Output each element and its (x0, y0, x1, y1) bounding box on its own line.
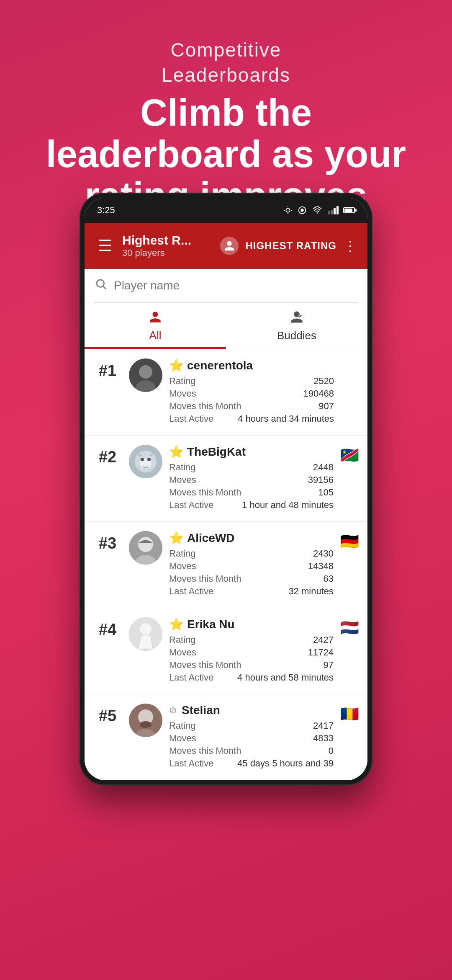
moves-month-value: 97 (324, 660, 334, 671)
phone-screen: 3:25 (85, 198, 367, 780)
moves-month-label: Moves this Month (169, 487, 241, 498)
rating-value: 2448 (313, 462, 334, 473)
player-name-row: ⭐ Erika Nu (169, 617, 334, 631)
moves-value: 4833 (313, 733, 334, 744)
sound-icon (298, 206, 307, 215)
leaderboard: #1 ⭐ cenerentola Rating 2520 Moves 19046… (85, 349, 367, 780)
rating-label: Rating (169, 376, 196, 387)
moves-month-value: 105 (318, 487, 334, 498)
phone-frame: 3:25 (80, 193, 372, 785)
moves-month-label: Moves this Month (169, 660, 241, 671)
moves-value: 190468 (303, 388, 334, 399)
star-icon: ⭐ (169, 531, 184, 545)
search-input[interactable] (114, 279, 357, 292)
toolbar-title: Highest R... (122, 233, 213, 248)
rating-value: 2427 (313, 634, 334, 645)
all-icon (149, 310, 162, 327)
table-row[interactable]: #1 ⭐ cenerentola Rating 2520 Moves 19046… (85, 349, 367, 436)
moves-label: Moves (169, 561, 196, 572)
stat-moves-month: Moves this Month 907 (169, 401, 334, 412)
player-name-row: ⭐ cenerentola (169, 358, 334, 372)
toolbar-title-group: Highest R... 30 players (122, 233, 213, 258)
last-active-label: Last Active (169, 500, 213, 511)
player-name-row: ⭐ AliceWD (169, 531, 334, 545)
status-icons (283, 206, 355, 215)
player-flag: 🇳🇦 (340, 445, 359, 464)
last-active-value: 4 hours and 34 minutes (238, 413, 334, 424)
tab-all[interactable]: All (85, 303, 226, 349)
tab-buddies[interactable]: Buddies (226, 303, 367, 349)
table-row[interactable]: #5 ⊘ Stelian Rating 2417 Moves 4833 Move… (85, 694, 367, 780)
stat-moves-month: Moves this Month 97 (169, 660, 334, 671)
moves-month-label: Moves this Month (169, 745, 241, 756)
svg-point-7 (317, 212, 318, 214)
player-name-row: ⭐ TheBigKat (169, 445, 334, 459)
stat-moves: Moves 14348 (169, 561, 334, 572)
last-active-value: 32 minutes (288, 586, 334, 597)
player-name: cenerentola (187, 359, 253, 372)
player-name: TheBigKat (187, 445, 246, 459)
rating-label: Rating (169, 634, 196, 645)
last-active-value: 45 days 5 hours and 39 (237, 758, 334, 769)
last-active-label: Last Active (169, 586, 213, 597)
player-rank: #4 (93, 617, 122, 639)
stat-last-active: Last Active 1 hour and 48 minutes (169, 500, 334, 511)
toolbar-subtitle: 30 players (122, 248, 213, 258)
more-icon[interactable]: ⋮ (343, 237, 357, 254)
stat-last-active: Last Active 4 hours and 58 minutes (169, 672, 334, 683)
moves-value: 14348 (308, 561, 334, 572)
buddies-icon (290, 310, 304, 328)
player-name-row: ⊘ Stelian (169, 704, 334, 717)
signal-icon (328, 206, 339, 214)
last-active-value: 4 hours and 58 minutes (237, 672, 334, 683)
table-row[interactable]: #2 ⭐ TheBigKat Rating 2448 Moves 39156 M… (85, 436, 367, 522)
avatar (129, 531, 162, 565)
moves-month-value: 0 (329, 745, 334, 756)
stat-rating: Rating 2520 (169, 376, 334, 387)
player-rank: #5 (93, 704, 122, 725)
moves-label: Moves (169, 733, 196, 744)
display-icon (283, 206, 293, 215)
player-name: Erika Nu (187, 618, 235, 631)
stat-moves-month: Moves this Month 105 (169, 487, 334, 498)
stat-moves: Moves 11724 (169, 647, 334, 658)
player-flag: 🇩🇪 (340, 531, 359, 550)
stat-rating: Rating 2430 (169, 548, 334, 559)
moves-value: 39156 (308, 475, 334, 485)
table-row[interactable]: #4 ⭐ Erika Nu Rating 2427 Moves 11724 Mo… (85, 608, 367, 694)
moves-month-label: Moves this Month (169, 573, 241, 584)
stat-last-active: Last Active 4 hours and 34 minutes (169, 413, 334, 424)
rating-value: 2430 (313, 548, 334, 559)
status-bar: 3:25 (85, 198, 367, 223)
last-active-label: Last Active (169, 672, 213, 683)
player-rank: #3 (93, 531, 122, 552)
stat-moves: Moves 190468 (169, 388, 334, 399)
tab-buddies-label: Buddies (277, 329, 316, 342)
star-icon: ⭐ (169, 617, 184, 631)
moves-month-value: 63 (324, 573, 334, 584)
last-active-value: 1 hour and 48 minutes (242, 500, 334, 511)
phone-mockup: 3:25 (80, 193, 372, 785)
battery-icon (343, 207, 355, 213)
player-rank: #1 (93, 358, 122, 380)
toolbar-category[interactable]: HIGHEST RATING (245, 240, 336, 252)
search-bar[interactable] (85, 269, 367, 302)
moves-label: Moves (169, 647, 196, 658)
stat-last-active: Last Active 45 days 5 hours and 39 (169, 758, 334, 769)
hero-section: Competitive Leaderboards Climb the leade… (0, 0, 452, 217)
avatar (129, 704, 162, 737)
stat-moves: Moves 39156 (169, 475, 334, 485)
last-active-label: Last Active (169, 758, 213, 769)
search-icon (95, 278, 107, 293)
person-icon[interactable] (220, 237, 239, 255)
star-icon: ⭐ (169, 445, 184, 459)
menu-icon[interactable]: ☰ (95, 237, 116, 255)
stat-last-active: Last Active 32 minutes (169, 586, 334, 597)
stat-rating: Rating 2448 (169, 462, 334, 473)
svg-point-11 (139, 365, 152, 379)
table-row[interactable]: #3 ⭐ AliceWD Rating 2430 Moves 14348 Mov… (85, 522, 367, 608)
last-active-label: Last Active (169, 413, 213, 424)
avatar (129, 445, 162, 478)
moves-label: Moves (169, 475, 196, 485)
rating-label: Rating (169, 548, 196, 559)
